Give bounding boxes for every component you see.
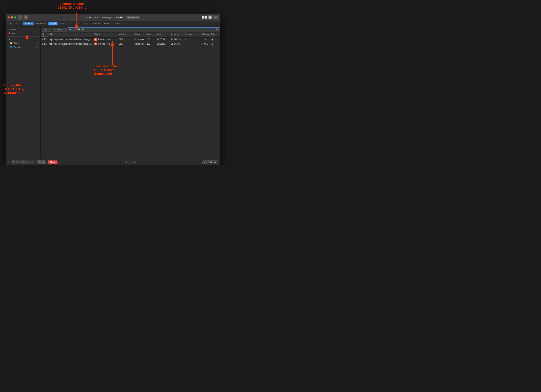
search-icon: 🔍 bbox=[69, 28, 72, 31]
cell-method: GET bbox=[118, 43, 134, 45]
ssl-lock-icon: 🔒 bbox=[211, 38, 213, 41]
status-dot bbox=[86, 17, 88, 18]
col-duration: Duration bbox=[170, 33, 184, 35]
sidebar-item-pin[interactable]: 📌 Pin bbox=[6, 31, 41, 35]
table-area: ID ↑ URL Client Method Status Code Date … bbox=[41, 33, 220, 159]
cell-ssl: 🔒 bbox=[210, 43, 220, 45]
sidebar: Favorites 📌 Pin All 📁 Apps 12 🌐 Domains … bbox=[6, 26, 41, 159]
table-header: ID ↑ URL Client Method Status Code Date … bbox=[41, 33, 220, 38]
tab-all[interactable]: All bbox=[8, 22, 14, 26]
sidebar-item-domains[interactable]: 🌐 Domains 63 bbox=[6, 45, 41, 49]
contains-label: Contains bbox=[54, 28, 62, 31]
col-url: URL bbox=[48, 33, 94, 35]
macos-proxy-button[interactable]: macOS Proxy bbox=[202, 160, 218, 164]
col-status: Status bbox=[134, 33, 146, 35]
col-response: Response bbox=[202, 33, 210, 35]
client-icon: P bbox=[94, 38, 97, 41]
cell-code: 200 bbox=[146, 43, 156, 45]
apps-label: Apps bbox=[14, 42, 18, 44]
tab-document[interactable]: Document bbox=[89, 22, 102, 26]
free-version-button[interactable]: Free version bbox=[126, 16, 140, 19]
domains-count: 63 bbox=[36, 46, 38, 48]
client-name: Product Hunt bbox=[98, 38, 110, 41]
filter-button[interactable]: Filter bbox=[47, 160, 57, 164]
layout-btn-3[interactable]: ▭▭ bbox=[213, 15, 218, 19]
cell-duration: 2s 122 ms bbox=[170, 38, 184, 41]
table-row[interactable]: 172 https://api.producthunt.com/v1/posts… bbox=[41, 38, 220, 42]
search-input[interactable] bbox=[73, 28, 215, 31]
title-bar-controls: ⏸ ✏️ bbox=[18, 15, 28, 20]
all-label: All bbox=[6, 38, 41, 41]
cell-date: 20:05:45 bbox=[156, 43, 170, 45]
cell-code: 200 bbox=[146, 38, 156, 41]
layout-btn-2[interactable]: ▐▌ bbox=[208, 15, 213, 19]
tab-form[interactable]: Form bbox=[58, 22, 66, 26]
col-date: Date bbox=[156, 33, 170, 35]
client-icon: P bbox=[94, 42, 97, 45]
title-bar: ⏸ ✏️ Proxyman | Listening on port 9090 F… bbox=[6, 14, 220, 21]
domains-icon: 🌐 bbox=[10, 46, 13, 48]
contains-dropdown[interactable]: Contains ⌄ bbox=[53, 28, 67, 31]
selected-count: 1/2 selected bbox=[59, 161, 201, 163]
cell-client: P Product Hunt bbox=[94, 38, 118, 41]
tab-http[interactable]: HTTP bbox=[14, 22, 23, 26]
tab-other[interactable]: Other bbox=[112, 22, 121, 26]
cell-id: 173 bbox=[41, 43, 48, 45]
col-id[interactable]: ID ↑ bbox=[41, 33, 48, 35]
cell-status: Completed bbox=[134, 43, 146, 45]
bottom-bar: + 🔍 Clear Filter 1/2 selected macOS Prox… bbox=[6, 159, 220, 165]
sidebar-item-apps[interactable]: 📁 Apps 12 bbox=[6, 41, 41, 45]
tab-css[interactable]: CSS bbox=[81, 22, 89, 26]
filter-search-icon: 🔍 bbox=[12, 161, 15, 163]
ssl-lock-icon: 🔒 bbox=[211, 43, 213, 45]
clear-search-button[interactable]: ✕ bbox=[216, 28, 218, 31]
pin-label: Pin bbox=[12, 32, 15, 35]
url-dropdown[interactable]: URL ⌄ bbox=[42, 28, 52, 31]
title-text: Proxyman | Listening on port 9090 bbox=[89, 16, 123, 19]
col-request: Request bbox=[184, 33, 202, 35]
tab-media[interactable]: Media bbox=[103, 22, 112, 26]
pause-button[interactable]: ⏸ bbox=[18, 15, 22, 20]
favorites-label: Favorites bbox=[6, 28, 41, 31]
status-text: Proxyman | Listening on port bbox=[89, 16, 118, 19]
col-code: Code bbox=[146, 33, 156, 35]
domains-label: Domains bbox=[14, 46, 22, 48]
minimize-button[interactable] bbox=[11, 16, 13, 18]
tab-xml[interactable]: XML bbox=[67, 22, 74, 26]
filter-input-wrapper: 🔍 bbox=[11, 160, 35, 164]
tab-js[interactable]: JS bbox=[75, 22, 81, 26]
cell-request: - bbox=[184, 38, 202, 41]
col-method: Method bbox=[118, 33, 134, 35]
layout-btn-1[interactable]: ⬜⬜ bbox=[202, 15, 207, 19]
add-filter-button[interactable]: + bbox=[8, 161, 9, 164]
url-dropdown-arrow: ⌄ bbox=[48, 28, 50, 31]
cell-ssl: 🔒 bbox=[210, 38, 220, 41]
search-input-wrapper: 🔍 ✕ bbox=[68, 27, 220, 32]
clear-button[interactable]: Clear bbox=[36, 160, 46, 164]
cell-request: - bbox=[184, 43, 202, 45]
cell-url: https://api.producthunt.com/v1/posts?day… bbox=[48, 38, 94, 41]
apps-count: 12 bbox=[36, 42, 38, 44]
maximize-button[interactable] bbox=[14, 16, 16, 18]
filter-tabs-bar: All HTTP HTTPS WebSocket JSON Form XML J… bbox=[6, 21, 220, 26]
table-row[interactable]: 173 https://api.producthunt.com/v1/posts… bbox=[41, 42, 220, 47]
tab-https[interactable]: HTTPS bbox=[23, 22, 34, 26]
annotation-secondary-subtitle: JSON, XML, CSS,... bbox=[57, 6, 86, 9]
cell-duration: 2s 847 ms bbox=[170, 43, 184, 45]
pin-icon: 📌 bbox=[8, 32, 11, 35]
status-indicator bbox=[42, 43, 43, 45]
col-client: Client bbox=[94, 33, 118, 35]
app-window: ⏸ ✏️ Proxyman | Listening on port 9090 F… bbox=[6, 14, 220, 165]
client-name: Product Hunt bbox=[98, 43, 110, 45]
main-content: Favorites 📌 Pin All 📁 Apps 12 🌐 Domains … bbox=[6, 26, 220, 159]
annotation-secondary-title: Secondary filter: bbox=[59, 2, 84, 5]
traffic-lights bbox=[8, 16, 16, 18]
contains-arrow: ⌄ bbox=[63, 28, 65, 31]
close-button[interactable] bbox=[8, 16, 10, 18]
url-filter-bar: URL ⌄ Contains ⌄ 🔍 ✕ bbox=[41, 26, 220, 33]
edit-button[interactable]: ✏️ bbox=[24, 15, 28, 20]
tab-json[interactable]: JSON bbox=[48, 22, 57, 26]
cell-response: 113.11 KB bbox=[202, 38, 210, 41]
tab-websocket[interactable]: WebSocket bbox=[34, 22, 48, 26]
cell-client: P Product Hunt bbox=[94, 42, 118, 45]
